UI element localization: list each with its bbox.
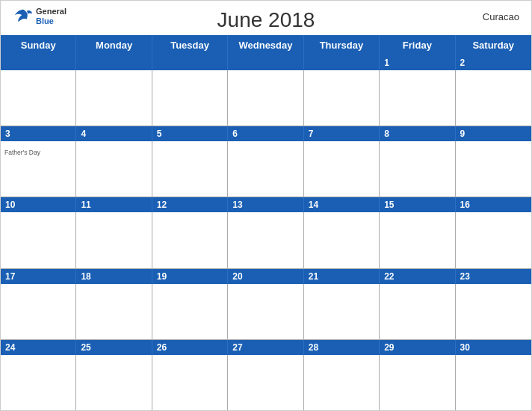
day-number-5: 5: [157, 129, 223, 139]
day-number-28: 28: [309, 342, 374, 353]
days-header: SundayMondayTuesdayWednesdayThursdayFrid…: [1, 35, 531, 55]
logo-general: General: [36, 7, 66, 16]
day-number-29: 29: [384, 342, 450, 353]
day-number-9: 9: [460, 129, 527, 139]
week-num-cell-0-4: [304, 55, 380, 70]
week-content-cell-4-4: [304, 355, 380, 410]
week-num-cell-1-4: 7: [304, 126, 380, 141]
day-number-24: 24: [5, 342, 71, 353]
day-number-7: 7: [309, 129, 374, 139]
week-content-cell-4-3: [228, 355, 303, 410]
week-content-cell-4-5: [380, 355, 455, 410]
week-content-cell-0-1: [76, 70, 152, 126]
week-content-cell-1-5: [380, 141, 455, 197]
week-content-cell-4-1: [76, 355, 152, 410]
week-num-row-4: 24252627282930: [1, 340, 531, 355]
logo-blue: Blue: [36, 16, 66, 26]
week-num-cell-0-1: [76, 55, 152, 70]
day-number-25: 25: [81, 342, 146, 353]
week-content-cell-2-6: [456, 212, 531, 268]
day-number-13: 13: [232, 200, 298, 210]
week-num-row-2: 10111213141516: [1, 197, 531, 212]
day-header-saturday: Saturday: [456, 35, 531, 55]
week-num-cell-4-5: 29: [380, 340, 455, 355]
week-num-cell-3-3: 20: [228, 269, 303, 284]
week-content-cell-3-2: [152, 284, 228, 339]
week-num-cell-2-1: 11: [76, 197, 152, 212]
day-number-27: 27: [232, 342, 298, 353]
day-number-26: 26: [157, 342, 223, 353]
day-number-30: 30: [460, 342, 527, 353]
week-content-cell-2-4: [304, 212, 380, 268]
week-content-cell-0-5: [380, 70, 455, 126]
calendar-header: General Blue June 2018 Curacao: [1, 1, 531, 35]
week-num-cell-1-3: 6: [228, 126, 303, 141]
day-number-15: 15: [384, 200, 450, 210]
week-content-cell-2-5: [380, 212, 455, 268]
week-content-cell-0-6: [456, 70, 531, 126]
week-content-cell-1-1: [76, 141, 152, 197]
week-num-cell-1-0: 3: [1, 126, 76, 141]
day-number-16: 16: [460, 200, 527, 210]
week-content-row-3: [1, 284, 531, 339]
week-num-cell-4-0: 24: [1, 340, 76, 355]
calendar-country: Curacao: [483, 11, 519, 22]
day-number-17: 17: [5, 271, 71, 282]
week-num-cell-2-3: 13: [228, 197, 303, 212]
calendar-title: June 2018: [217, 8, 315, 32]
week-num-row-1: 3456789: [1, 126, 531, 141]
logo: General Blue: [13, 7, 66, 26]
week-content-cell-3-3: [228, 284, 303, 339]
week-content-cell-0-3: [228, 70, 303, 126]
week-content-cell-2-0: [1, 212, 76, 268]
week-num-cell-0-2: [152, 55, 228, 70]
calendar-container: General Blue June 2018 Curacao SundayMon…: [0, 0, 532, 411]
week-num-cell-1-1: 4: [76, 126, 152, 141]
week-content-cell-0-0: [1, 70, 76, 126]
week-num-cell-4-3: 27: [228, 340, 303, 355]
week-num-cell-4-1: 25: [76, 340, 152, 355]
week-num-cell-4-4: 28: [304, 340, 380, 355]
event-text-father's-day: Father's Day: [4, 149, 40, 156]
week-num-cell-0-6: 2: [456, 55, 531, 70]
week-num-cell-1-2: 5: [152, 126, 228, 141]
day-header-tuesday: Tuesday: [152, 35, 228, 55]
week-content-row-4: [1, 355, 531, 410]
week-content-cell-0-2: [152, 70, 228, 126]
week-content-cell-4-2: [152, 355, 228, 410]
week-num-cell-2-2: 12: [152, 197, 228, 212]
week-block-2: 10111213141516: [1, 197, 531, 268]
week-num-row-3: 17181920212223: [1, 269, 531, 284]
week-num-cell-0-5: 1: [380, 55, 455, 70]
week-block-1: 3456789Father's Day: [1, 126, 531, 197]
day-number-21: 21: [309, 271, 374, 282]
day-number-4: 4: [81, 129, 146, 139]
week-content-row-2: [1, 212, 531, 268]
day-header-thursday: Thursday: [304, 35, 380, 55]
week-content-cell-1-4: [304, 141, 380, 197]
week-block-4: 24252627282930: [1, 340, 531, 410]
day-number-23: 23: [460, 271, 527, 282]
week-num-cell-2-4: 14: [304, 197, 380, 212]
week-num-cell-3-1: 18: [76, 269, 152, 284]
day-number-6: 6: [232, 129, 298, 139]
week-content-cell-1-6: [456, 141, 531, 197]
day-number-12: 12: [157, 200, 223, 210]
week-content-cell-3-5: [380, 284, 455, 339]
day-number-22: 22: [384, 271, 450, 282]
week-num-row-0: 12: [1, 55, 531, 70]
week-content-cell-2-3: [228, 212, 303, 268]
week-num-cell-4-6: 30: [456, 340, 531, 355]
week-num-cell-2-5: 15: [380, 197, 455, 212]
logo-icon: [13, 8, 34, 25]
day-number-18: 18: [81, 271, 146, 282]
week-num-cell-4-2: 26: [152, 340, 228, 355]
week-content-cell-0-4: [304, 70, 380, 126]
week-num-cell-3-6: 23: [456, 269, 531, 284]
week-num-cell-3-4: 21: [304, 269, 380, 284]
day-number-3: 3: [5, 129, 71, 139]
day-number-1: 1: [384, 58, 450, 68]
week-content-cell-2-2: [152, 212, 228, 268]
day-header-monday: Monday: [76, 35, 152, 55]
week-content-cell-3-6: [456, 284, 531, 339]
